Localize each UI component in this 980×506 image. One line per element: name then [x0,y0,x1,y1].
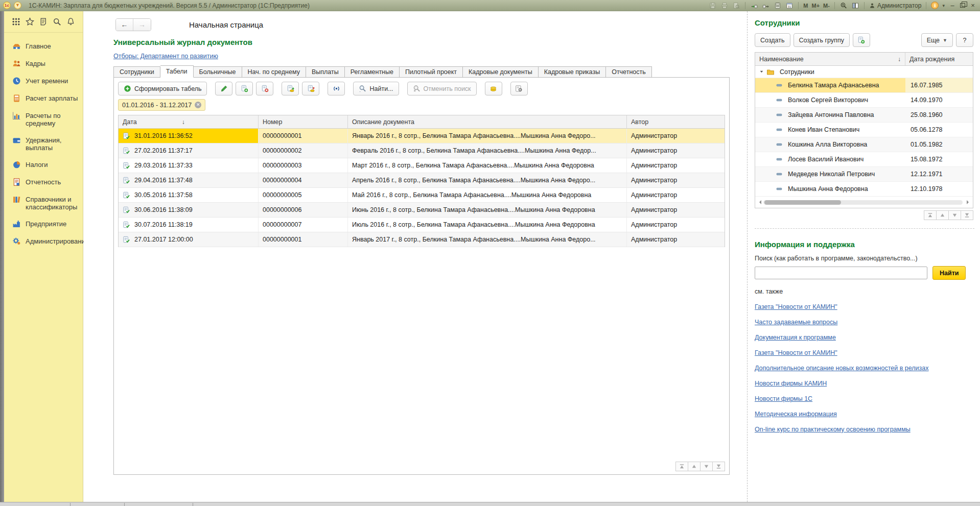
mark-deletion-button[interactable] [256,82,273,95]
caret-down-icon[interactable] [759,69,764,74]
journal-tab[interactable]: Сотрудники [113,66,160,78]
scroll-left-icon[interactable] [757,200,761,204]
go-first-button[interactable] [924,210,937,220]
totals-button[interactable] [485,82,502,95]
support-link[interactable]: Документация к программе [755,334,974,341]
go-up-button[interactable] [688,462,701,471]
sidebar-item[interactable]: Кадры [4,55,83,73]
employee-row[interactable]: Белкина Тамара Афанасьевна 16.07.1985 [755,78,973,93]
current-user[interactable]: Администратор [869,2,922,9]
employee-row[interactable]: Медведев Николай Петрович 12.12.1971 [755,167,973,182]
sidebar-item[interactable]: Расчет зарплаты [4,90,83,107]
employee-row[interactable]: Кошкина Алла Викторовна 01.05.1982 [755,137,973,152]
more-button[interactable]: Еще▼ [921,33,953,47]
go-up-button[interactable] [936,210,949,220]
support-link[interactable]: Дополнительное описание новых возможност… [755,365,974,372]
document-row[interactable]: 31.01.2016 11:36:52 00000000001 Январь 2… [119,129,725,143]
remove-filter-icon[interactable]: ✕ [195,102,201,108]
document-row[interactable]: 30.06.2016 11:38:09 00000000006 Июнь 201… [119,203,725,218]
column-header-date[interactable]: Дата ↓ [119,115,259,128]
document-row[interactable]: 29.04.2016 11:37:48 00000000004 Апрель 2… [119,173,725,188]
go-down-button[interactable] [948,210,961,220]
journal-tab[interactable]: Кадровые приказы [539,66,606,78]
journal-tab[interactable]: Больничные [194,66,242,78]
sidebar-item[interactable]: Налоги [4,156,83,174]
journal-tab[interactable]: Табели [160,65,194,78]
apps-grid-icon[interactable] [12,17,20,26]
create-timesheet-button[interactable]: Сформировать табель [118,82,207,95]
help-button[interactable]: ? [956,33,973,47]
memory-plus-button[interactable]: M+ [811,3,820,9]
favorites-star-icon[interactable] [26,17,34,26]
memory-minus-button[interactable]: M- [823,3,830,9]
support-link[interactable]: Газета "Новости от КАМИН" [755,349,974,356]
notifications-bell-icon[interactable] [66,17,75,26]
sidebar-item[interactable]: Главное [4,38,83,55]
info-icon[interactable]: i [931,2,939,9]
close-button[interactable]: × [969,2,977,9]
app-logo-icon[interactable]: 1с [3,2,11,9]
employees-hscrollbar[interactable] [755,197,973,208]
create-button[interactable]: Создать [755,33,790,47]
sidebar-item[interactable]: Предприятие [4,215,83,233]
calculator-icon[interactable] [774,2,782,9]
post-document-button[interactable] [282,82,299,95]
period-filter-chip[interactable]: 01.01.2016 - 31.12.2017 ✕ [118,99,205,111]
go-last-button[interactable] [961,210,973,220]
print-preview-icon[interactable] [732,2,740,9]
data-export-icon[interactable] [762,2,770,9]
sidebar-item[interactable]: Отчетность [4,174,83,191]
app-menu-caret-icon[interactable]: ▼ [14,2,21,9]
print-icon[interactable] [720,2,729,9]
support-link[interactable]: Новости фирмы 1С [755,395,974,402]
memory-button[interactable]: M [803,3,808,9]
column-header-author[interactable]: Автор [627,115,725,128]
document-row[interactable]: 27.01.2017 12:00:00 00000000001 Январь 2… [119,232,725,247]
back-button[interactable]: ← [116,19,133,31]
support-link[interactable]: Газета "Новости от КАМИН" [755,303,974,310]
document-row[interactable]: 30.05.2016 11:37:58 00000000005 Май 2016… [119,188,725,203]
go-first-button[interactable] [675,462,688,471]
forward-button[interactable]: → [133,19,151,31]
employee-row[interactable]: Мышкина Анна Федоровна 12.10.1978 [755,182,973,197]
scrollbar-track[interactable] [763,200,963,205]
copy-document-button[interactable] [236,82,253,95]
copy-element-button[interactable] [853,33,870,47]
scrollbar-thumb[interactable] [764,200,841,205]
employee-row[interactable]: Лосев Василий Иванович 15.08.1972 [755,152,973,167]
unpost-document-button[interactable] [302,82,319,95]
minimize-button[interactable]: – [948,2,956,9]
sidebar-item[interactable]: Справочники и классификаторы [4,191,83,215]
scroll-right-icon[interactable] [967,200,971,204]
document-row[interactable]: 27.02.2016 11:37:17 00000000002 Февраль … [119,143,725,158]
employee-row[interactable]: Конев Иван Степанович 05.06.1278 [755,123,973,137]
filters-link[interactable]: Отборы: Департамент по развитию [113,53,218,60]
set-period-button[interactable] [328,82,345,95]
document-row[interactable]: 30.07.2016 11:38:19 00000000007 Июль 201… [119,218,725,232]
find-button[interactable]: Найти... [353,82,399,95]
history-icon[interactable] [39,17,48,26]
zoom-icon[interactable] [839,2,848,9]
restore-button[interactable] [960,3,965,8]
search-icon[interactable] [53,17,61,26]
support-search-input[interactable] [755,267,927,279]
info-caret-icon[interactable]: ▾ [942,3,945,8]
column-header-number[interactable]: Номер [259,115,348,128]
support-link[interactable]: Методическая информация [755,411,974,418]
save-icon[interactable] [709,2,717,9]
cancel-search-button[interactable]: Отменить поиск [407,82,477,95]
journal-tab[interactable]: Кадровые документы [463,66,539,78]
sidebar-item[interactable]: Удержания, выплаты [4,132,83,156]
journal-tab[interactable]: Пилотный проект [400,66,463,78]
sidebar-item[interactable]: Администрирование [4,233,83,250]
support-link[interactable]: On-line курс по практическому освоению п… [755,426,974,433]
journal-tab[interactable]: Нач. по среднему [242,66,306,78]
go-down-button[interactable] [700,462,713,471]
support-find-button[interactable]: Найти [932,266,966,280]
sidebar-item[interactable]: Расчеты по среднему [4,107,83,132]
create-group-button[interactable]: Создать группу [794,33,850,47]
list-settings-button[interactable] [510,82,528,95]
support-link[interactable]: Часто задаваемые вопросы [755,319,974,326]
employees-group-row[interactable]: Сотрудники [755,66,973,78]
data-import-icon[interactable] [750,2,758,9]
